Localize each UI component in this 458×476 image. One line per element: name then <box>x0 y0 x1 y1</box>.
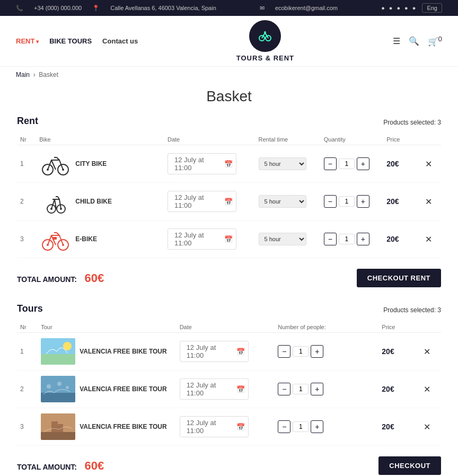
tour-qty-input-2[interactable] <box>293 384 309 394</box>
social-icons: ● ● ● ● ● <box>381 5 416 11</box>
remove-btn-1[interactable]: ✕ <box>425 159 432 169</box>
time-select-3[interactable]: 5 hour 1 hour 2 hour <box>259 233 306 245</box>
ebike-name: E-BIKE <box>75 235 97 243</box>
tour-date-input-1[interactable]: 12 July at 11:00 📅 <box>180 341 249 362</box>
cart-icon[interactable]: 🛒0 <box>428 35 442 47</box>
top-bar-left: 📞 +34 (000) 000.000 📍 Calle Avellanas 6,… <box>16 5 216 12</box>
item-cell: E-BIKE <box>36 221 164 258</box>
date-input-3[interactable]: 12 July at 11:00 📅 <box>168 228 236 250</box>
svg-rect-28 <box>51 421 58 432</box>
qty-plus-2[interactable]: + <box>357 195 369 208</box>
tour-remove-btn-1[interactable]: ✕ <box>424 347 430 357</box>
table-row: 3 VALENCIA FREE BIKE TOUR <box>17 408 441 446</box>
menu-icon[interactable]: ☰ <box>393 36 400 46</box>
svg-point-3 <box>264 31 266 33</box>
col-price: Price <box>383 134 422 145</box>
tour-qty-cell: − + <box>275 408 378 446</box>
qty-minus-3[interactable]: − <box>324 233 337 245</box>
tour-nr: 3 <box>17 408 38 446</box>
time-cell: 5 hour 1 hour 2 hour <box>256 183 321 221</box>
breadcrumb-home[interactable]: Main <box>16 71 30 78</box>
top-bar-center: ✉ ecobikerent@gmail.com <box>260 5 338 12</box>
tour-qty-input-3[interactable] <box>293 421 309 432</box>
svg-point-6 <box>47 169 49 171</box>
tour-qty-minus-3[interactable]: − <box>278 420 290 433</box>
svg-rect-15 <box>52 237 57 240</box>
svg-rect-27 <box>41 432 75 440</box>
item-cell: CITY BIKE <box>36 145 164 183</box>
qty-input-1[interactable] <box>339 158 355 169</box>
tours-total-label: TOTAL AMOUNT: <box>17 463 77 471</box>
instagram-icon: ● <box>397 5 400 11</box>
date-value-1: 12 July at 11:00 <box>174 156 221 172</box>
tours-total-left: TOTAL AMOUNT: 60€ <box>17 459 104 473</box>
city-bike-name: CITY BIKE <box>75 160 107 168</box>
tour-nr: 2 <box>17 371 38 408</box>
tour-remove-btn-2[interactable]: ✕ <box>424 384 430 394</box>
breadcrumb: Main › Basket <box>0 67 458 83</box>
col-bike: Bike <box>36 134 164 145</box>
tour-qty-minus-1[interactable]: − <box>278 345 290 358</box>
checkout-rent-button[interactable]: CHECKOUT RENT <box>357 269 441 287</box>
tour-price-3: 20€ <box>382 422 394 431</box>
tours-total-row: TOTAL AMOUNT: 60€ CHECKOUT <box>17 456 441 475</box>
qty-cell: − + <box>321 145 383 183</box>
qty-minus-1[interactable]: − <box>324 157 337 170</box>
tour-price-1: 20€ <box>382 347 394 356</box>
phone-number: +34 (000) 000.000 <box>34 5 82 11</box>
tour-price-cell: 20€ <box>378 371 420 408</box>
tour-qty-input-1[interactable] <box>293 346 309 357</box>
tour-calendar-icon-1: 📅 <box>236 348 245 356</box>
tour-calendar-icon-2: 📅 <box>236 385 245 393</box>
tour-qty-plus-1[interactable]: + <box>311 345 323 358</box>
tour-qty-plus-3[interactable]: + <box>311 420 323 433</box>
col-tour: Tour <box>38 322 176 333</box>
date-input-1[interactable]: 12 July at 11:00 📅 <box>168 153 236 174</box>
remove-cell: ✕ <box>422 145 441 183</box>
search-icon[interactable]: 🔍 <box>409 36 419 46</box>
price-1: 20€ <box>386 160 399 168</box>
col-quantity: Quantity <box>321 134 383 145</box>
table-row: 1 <box>17 145 441 183</box>
tour-qty-control-3: − + <box>278 420 375 433</box>
tour-remove-cell: ✕ <box>420 333 441 371</box>
tour-date-value-3: 12 July at 11:00 <box>187 419 233 435</box>
nav-rent[interactable]: RENT <box>16 37 39 45</box>
qty-control-2: − + <box>324 195 380 208</box>
rent-section-header: Rent Products selected: 3 <box>17 116 441 129</box>
nav-contact[interactable]: Contact us <box>102 37 138 45</box>
price-cell: 20€ <box>383 221 422 258</box>
svg-point-23 <box>47 384 51 389</box>
date-input-2[interactable]: 12 July at 11:00 📅 <box>168 191 236 212</box>
ebike-image <box>39 226 71 252</box>
remove-btn-2[interactable]: ✕ <box>425 197 432 207</box>
nav-bike-tours[interactable]: BIKE TOURS <box>49 37 92 45</box>
language-selector[interactable]: Eng <box>422 3 442 13</box>
checkout-tours-button[interactable]: CHECKOUT <box>378 456 441 475</box>
remove-btn-3[interactable]: ✕ <box>425 234 432 244</box>
tour-qty-plus-2[interactable]: + <box>311 383 323 395</box>
col-tour-price: Price <box>378 322 420 333</box>
tour-qty-cell: − + <box>275 371 378 408</box>
qty-plus-1[interactable]: + <box>357 157 369 170</box>
table-row: 2 VALENCIA <box>17 371 441 408</box>
svg-point-11 <box>50 208 52 210</box>
tour-qty-minus-2[interactable]: − <box>278 383 290 395</box>
date-cell: 12 July at 11:00 📅 <box>164 221 256 258</box>
tour-date-value-2: 12 July at 11:00 <box>187 381 233 397</box>
time-select-2[interactable]: 5 hour 1 hour 2 hour <box>259 195 306 208</box>
time-select-1[interactable]: 5 hour 1 hour 2 hour 3 hour 4 hour <box>259 157 306 170</box>
tour-date-input-2[interactable]: 12 July at 11:00 📅 <box>180 378 249 400</box>
qty-input-2[interactable] <box>339 196 355 207</box>
qty-minus-2[interactable]: − <box>324 195 337 208</box>
table-row: 1 VALENCIA FREE BIKE TOUR <box>17 333 441 371</box>
tour-remove-btn-3[interactable]: ✕ <box>424 422 430 432</box>
phone-icon: 📞 <box>16 5 23 12</box>
date-cell: 12 July at 11:00 📅 <box>164 183 256 221</box>
logo-circle <box>249 20 281 52</box>
qty-plus-3[interactable]: + <box>357 233 369 245</box>
facebook-icon: ● <box>404 5 408 11</box>
tour-date-input-3[interactable]: 12 July at 11:00 📅 <box>180 416 249 437</box>
table-row: 2 <box>17 183 441 221</box>
qty-input-3[interactable] <box>339 234 355 244</box>
